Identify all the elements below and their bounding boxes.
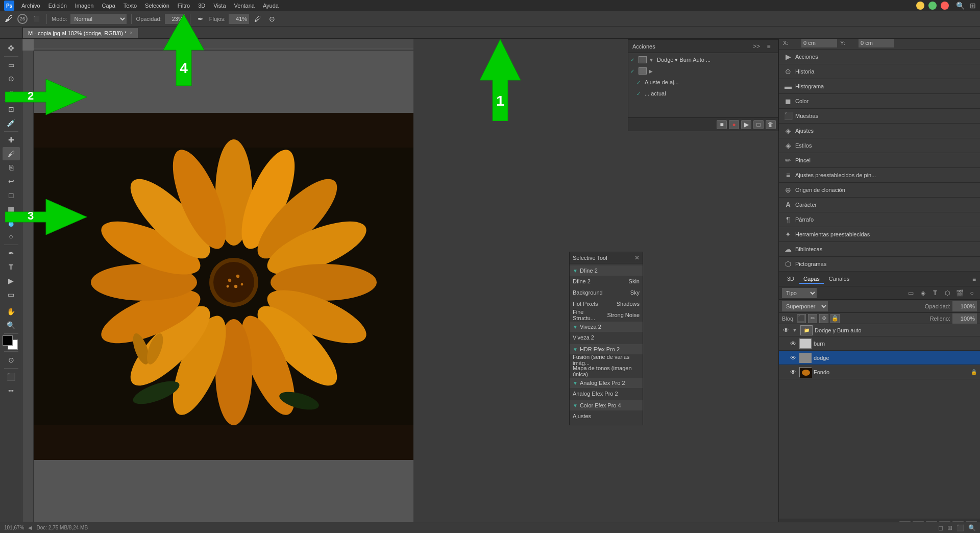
origen-clonacion-row[interactable]: ⊕ Origen de clonación [779,183,980,198]
rectangular-marquee-tool[interactable]: ▭ [3,58,20,71]
action-row-0[interactable]: ✓ ▼ Dodge ▾ Burn Auto ... [628,54,778,65]
path-selection-tool[interactable]: ▶ [3,274,20,287]
parrafo-row[interactable]: ¶ Párrafo [779,212,980,227]
group-name[interactable]: Dodge y Burn auto [815,327,977,333]
layers-panel-options-icon[interactable]: ≡ [972,276,976,283]
menu-edicion[interactable]: Edición [45,2,70,10]
layers-filter-pixel-icon[interactable]: ▭ [905,288,916,298]
menu-vista[interactable]: Vista [210,2,229,10]
action-expand-1[interactable]: ▶ [649,68,655,74]
zoom-level[interactable]: 101,67% [4,525,24,530]
layers-filter-smart-icon[interactable]: 🎬 [954,288,965,298]
layer-group-visibility-icon[interactable]: 👁 [782,326,790,334]
burn-visibility-icon[interactable]: 👁 [789,340,797,348]
blend-mode-select[interactable]: Superponer Normal Multiplicar [782,301,828,311]
color-row[interactable]: ◼ Color [779,94,980,109]
eyedropper-tool[interactable]: 💉 [3,116,20,130]
eraser-tool[interactable]: ◻ [3,188,20,202]
quick-selection-tool[interactable]: ⌾ [3,86,20,99]
menu-ayuda[interactable]: Ayuda [260,2,282,10]
minimize-button[interactable] [916,2,924,10]
menu-ventana[interactable]: Ventana [231,2,258,10]
fill-input[interactable] [952,313,977,324]
dodge-tool[interactable]: ○ [3,230,20,243]
airbrush-icon[interactable]: ✒ [195,13,206,25]
color-swatches[interactable] [3,335,20,350]
analog-row-0[interactable]: Analog Efex Pro 2 [570,388,643,399]
spot-healing-tool[interactable]: ✚ [3,133,20,147]
fondo-layer-name[interactable]: Fondo [814,369,969,375]
brush-toggle[interactable]: ⬛ [31,13,42,25]
lock-image-pixels-button[interactable]: ✏ [808,314,817,323]
pictogramas-row[interactable]: ⬡ Pictogramas [779,257,980,272]
canvas-content[interactable] [34,51,413,522]
tab-close-button[interactable]: × [130,30,133,36]
actions-delete-button[interactable]: 🗑 [766,120,776,129]
layers-filter-select[interactable]: Tipo Nombre Efecto [782,288,817,298]
mode-select[interactable]: Normal Subexposición Sobreexposición [70,14,127,24]
document-tab[interactable]: M - copia.jpg al 102% (dodge, RGB/8) * × [22,27,138,38]
dfine2-header[interactable]: ▼ Dfine 2 [570,265,643,276]
tablet-opacity-icon[interactable]: ⊙ [266,13,278,25]
menu-filtro[interactable]: Filtro [175,2,193,10]
historia-row[interactable]: ⊙ Historia [779,64,980,79]
hdr-row-1[interactable]: Mapa de tonos (imagen única) [570,366,643,377]
fondo-visibility-icon[interactable]: 👁 [789,368,797,376]
acciones-row[interactable]: ▶ Acciones [779,50,980,64]
ajustes-preestablecidos-row[interactable]: ≡ Ajustes preestablecidos de pin... [779,168,980,183]
tab-3d[interactable]: 3D [783,275,798,284]
statusbar-arrow-left[interactable]: ◀ [28,525,32,530]
actions-panel-options[interactable]: ≡ [764,41,774,52]
hdr-row-0[interactable]: Fusión (serie de varias imág... [570,354,643,366]
menu-imagen[interactable]: Imagen [72,2,97,10]
actions-panel-menu[interactable]: >> [751,41,762,52]
viveza2-header[interactable]: ▼ Viveza 2 [570,322,643,332]
hand-tool[interactable]: ✋ [3,305,20,318]
menu-3d[interactable]: 3D [195,2,208,10]
lock-transparent-pixels-button[interactable]: ⬛ [797,314,806,323]
color-efex-row-0[interactable]: Ajustes [570,410,643,422]
actions-record-button[interactable]: ● [729,120,739,129]
zoom-tool[interactable]: 🔍 [3,319,20,332]
document-canvas[interactable] [34,113,413,460]
history-brush-tool[interactable]: ↩ [3,175,20,188]
x-input[interactable] [801,38,837,47]
lock-all-button[interactable]: 🔒 [830,314,840,323]
layers-filter-toggle[interactable]: ○ [967,288,977,298]
layer-fondo[interactable]: 👁 Fondo 🔒 [779,365,980,379]
pen-tool[interactable]: ✒ [3,247,20,260]
group-expand-icon[interactable]: ▼ [792,327,798,333]
crop-tool[interactable]: ⊡ [3,103,20,116]
dfine2-row-2[interactable]: Hot Pixels Shadows [570,298,643,309]
opacity-input[interactable] [165,14,185,24]
layers-filter-shape-icon[interactable]: ⬡ [942,288,952,298]
estilos-row[interactable]: ◈ Estilos [779,138,980,153]
extra-tools-button[interactable]: ••• [3,384,20,397]
action-row-1[interactable]: ✓ ▶ [628,65,778,77]
action-expand-0[interactable]: ▼ [649,57,655,63]
lasso-tool[interactable]: ⊙ [3,72,20,85]
foreground-color-swatch[interactable] [3,335,13,346]
layers-filter-adjustment-icon[interactable]: ◈ [918,288,928,298]
caracter-row[interactable]: A Carácter [779,198,980,212]
dfine2-row-0[interactable]: Dfine 2 Skin [570,276,643,287]
pincel-row[interactable]: ✏ Pincel [779,153,980,168]
clone-stamp-tool[interactable]: ⎘ [3,161,20,174]
brush-tool[interactable]: 🖌 [3,147,20,160]
herramientas-row[interactable]: ✦ Herramientas preestablecidas [779,227,980,242]
action-row-3[interactable]: ✓ ... actual [628,88,778,99]
burn-layer-name[interactable]: burn [814,341,977,347]
dodge-visibility-icon[interactable]: 👁 [789,354,797,362]
quick-mask-button[interactable]: ⊙ [3,353,20,367]
layer-group-header[interactable]: 👁 ▼ 📁 Dodge y Burn auto [779,324,980,336]
opacity-blend-input[interactable] [952,301,977,311]
analog-header[interactable]: ▼ Analog Efex Pro 2 [570,378,643,388]
layers-filter-text-icon[interactable]: T [930,288,940,298]
y-input[interactable] [859,38,894,47]
histograma-row[interactable]: ▬ Histograma [779,79,980,94]
screen-mode-button[interactable]: ⬛ [3,370,20,383]
dodge-layer-name[interactable]: dodge [814,355,977,361]
viveza2-row-0[interactable]: Viveza 2 [570,332,643,343]
flow-input[interactable] [229,14,249,24]
shape-tool[interactable]: ▭ [3,288,20,301]
